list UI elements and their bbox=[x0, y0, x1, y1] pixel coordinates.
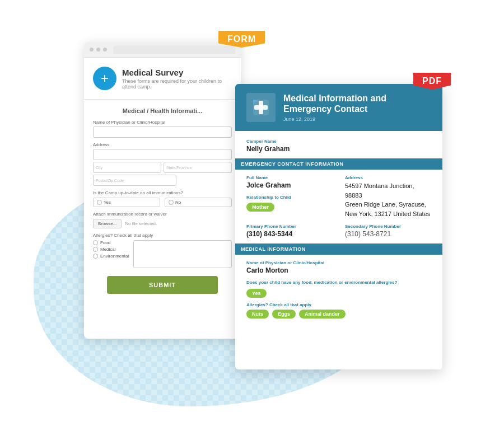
yes-label: Yes bbox=[104, 200, 111, 205]
food-check-circle bbox=[93, 240, 98, 245]
pdf-header-date: June 12, 2019 bbox=[283, 116, 386, 122]
emergency-right-col: Address 54597 Montana Junction, 98883 Gr… bbox=[345, 175, 431, 218]
physician-input[interactable] bbox=[93, 127, 232, 138]
svg-rect-2 bbox=[254, 105, 268, 110]
address-label: Address bbox=[93, 142, 232, 147]
allergies-question: Does your child have any food, medicatio… bbox=[246, 280, 431, 285]
browser-dot-3 bbox=[103, 48, 107, 52]
pdf-title: Medical Information and Emergency Contac… bbox=[283, 93, 386, 114]
no-radio[interactable]: No bbox=[165, 198, 232, 207]
allergy-tags-container: Nuts Eggs Animal dander bbox=[246, 310, 431, 319]
medical-check-circle bbox=[93, 247, 98, 252]
pdf-header: Medical Information and Emergency Contac… bbox=[235, 84, 442, 131]
secondary-phone-value: (310) 543-8721 bbox=[345, 230, 431, 238]
relationship-label: Relationship to Child bbox=[246, 195, 336, 200]
allergy-checkboxes: Food Medical Environmental bbox=[93, 240, 129, 268]
full-name-label: Full Name bbox=[246, 175, 336, 180]
relationship-badge: Mother bbox=[246, 203, 274, 212]
address-text: 54597 Montana Junction, 98883 Green Ridg… bbox=[345, 181, 431, 218]
svg-rect-5 bbox=[253, 102, 255, 104]
no-radio-circle bbox=[169, 200, 174, 205]
form-logo-circle: + bbox=[93, 67, 116, 90]
yes-radio[interactable]: Yes bbox=[93, 198, 160, 207]
environmental-label: Environmental bbox=[100, 254, 129, 259]
physician-pdf-value: Carlo Morton bbox=[246, 266, 431, 274]
yes-radio-circle bbox=[97, 200, 102, 205]
emergency-two-col: Full Name Jolce Graham Relationship to C… bbox=[246, 175, 431, 218]
medical-section-bar: MEDICAL INFORMATION bbox=[235, 244, 442, 255]
allergy-tag-nuts: Nuts bbox=[246, 310, 269, 319]
primary-phone-label: Primary Phone Number bbox=[246, 224, 336, 229]
medical-label: Medical bbox=[100, 247, 116, 252]
environmental-checkbox[interactable]: Environmental bbox=[93, 254, 129, 259]
browser-bar bbox=[84, 42, 241, 58]
full-name-value: Jolce Graham bbox=[246, 181, 336, 189]
state-input[interactable]: State/Province bbox=[164, 162, 232, 173]
pdf-card: Medical Information and Emergency Contac… bbox=[235, 84, 442, 369]
form-card: + Medical Survey These forms are require… bbox=[84, 42, 241, 339]
form-title: Medical Survey bbox=[122, 68, 232, 77]
pdf-logo bbox=[246, 93, 276, 122]
svg-rect-4 bbox=[255, 100, 258, 102]
browser-dot-2 bbox=[96, 48, 100, 52]
allergy-textarea[interactable] bbox=[133, 240, 232, 268]
emergency-left-col: Full Name Jolce Graham Relationship to C… bbox=[246, 175, 336, 218]
pdf-logo-inner bbox=[246, 93, 276, 122]
zip-input[interactable]: Postal/Zip Code bbox=[93, 175, 176, 186]
allergies-label: Allergies? Check all that apply bbox=[93, 233, 232, 238]
street-input[interactable] bbox=[93, 149, 232, 160]
environmental-check-circle bbox=[93, 254, 98, 259]
camper-label: Camper Name bbox=[246, 139, 431, 144]
city-input[interactable]: City bbox=[93, 162, 161, 173]
svg-rect-3 bbox=[253, 100, 255, 102]
browse-button[interactable]: Browse... bbox=[93, 219, 122, 228]
food-label: Food bbox=[100, 240, 110, 245]
address-label-pdf: Address bbox=[345, 175, 431, 180]
allergy-tag-eggs: Eggs bbox=[272, 310, 296, 319]
medical-checkbox[interactable]: Medical bbox=[93, 247, 129, 252]
submit-button[interactable]: SUBMIT bbox=[107, 276, 218, 294]
allergy-tag-animal: Animal dander bbox=[299, 310, 346, 319]
emergency-section-bar: EMERGENCY CONTACT INFORMATION bbox=[235, 158, 442, 170]
medical-cross-icon bbox=[250, 96, 272, 119]
browser-dot-1 bbox=[90, 48, 94, 52]
form-body: Medical / Health Informati... Name of Ph… bbox=[84, 100, 241, 302]
secondary-phone-label: Secondary Phone Number bbox=[345, 224, 431, 229]
allergies-answer-badge: Yes bbox=[246, 289, 267, 298]
phone-row: Primary Phone Number (310) 843-5344 Seco… bbox=[246, 224, 431, 238]
pdf-header-text: Medical Information and Emergency Contac… bbox=[283, 93, 386, 122]
browser-url-bar bbox=[113, 46, 235, 54]
primary-phone-col: Primary Phone Number (310) 843-5344 bbox=[246, 224, 336, 238]
pdf-body: Camper Name Nelly Graham EMERGENCY CONTA… bbox=[235, 131, 442, 326]
camper-name: Nelly Graham bbox=[246, 145, 431, 153]
no-label: No bbox=[175, 200, 181, 205]
secondary-phone-col: Secondary Phone Number (310) 543-8721 bbox=[345, 224, 431, 238]
file-label: Attach immunization record or waiver bbox=[93, 212, 232, 217]
food-checkbox[interactable]: Food bbox=[93, 240, 129, 245]
form-subtitle: These forms are required for your childr… bbox=[122, 78, 232, 90]
file-none-text: No file selected. bbox=[125, 221, 157, 226]
immunization-question: Is the Camp up-to-date on all immunizati… bbox=[93, 190, 232, 195]
physician-pdf-label: Name of Physician or Clinic/Hospital bbox=[246, 260, 431, 265]
physician-label: Name of Physician or Clinic/Hospital bbox=[93, 120, 232, 125]
allergies-section: Food Medical Environmental bbox=[93, 240, 232, 268]
primary-phone-value: (310) 843-5344 bbox=[246, 230, 336, 238]
form-card-header: + Medical Survey These forms are require… bbox=[84, 58, 241, 100]
allergy-tags-label: Allergies? Check all that apply bbox=[246, 302, 431, 307]
form-title-block: Medical Survey These forms are required … bbox=[122, 68, 232, 90]
form-section-title: Medical / Health Informati... bbox=[93, 107, 232, 114]
